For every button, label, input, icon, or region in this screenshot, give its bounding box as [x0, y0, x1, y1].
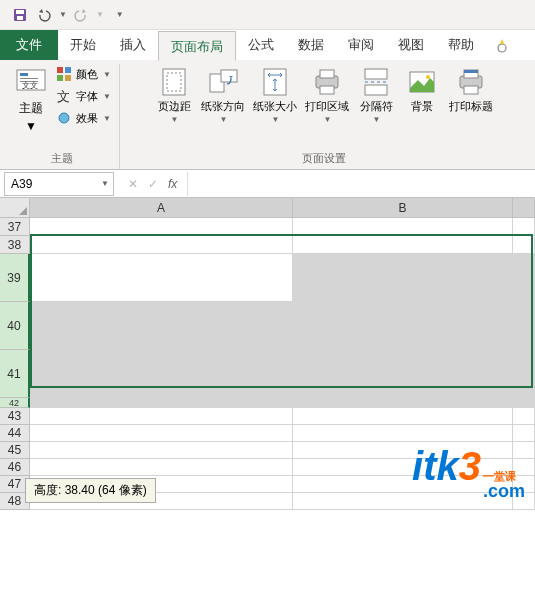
cell[interactable]	[30, 408, 293, 425]
svg-rect-22	[320, 86, 334, 94]
themes-button[interactable]: 文文 主题 ▼	[12, 64, 50, 135]
col-header-B[interactable]: B	[293, 198, 513, 218]
cell[interactable]	[513, 425, 535, 442]
svg-rect-6	[20, 78, 38, 79]
cell[interactable]	[293, 408, 513, 425]
tab-home[interactable]: 开始	[58, 30, 108, 60]
cell[interactable]	[513, 236, 535, 254]
cell[interactable]	[513, 254, 535, 302]
cell[interactable]	[513, 302, 535, 350]
svg-rect-29	[464, 86, 478, 94]
cell[interactable]	[293, 425, 513, 442]
enter-icon[interactable]: ✓	[148, 177, 158, 191]
cell[interactable]	[513, 218, 535, 236]
svg-rect-5	[20, 73, 28, 76]
cell[interactable]	[30, 425, 293, 442]
name-box-dropdown[interactable]: ▼	[101, 179, 109, 188]
cell[interactable]	[30, 398, 293, 408]
svg-rect-15	[163, 69, 185, 95]
row-header[interactable]: 37	[0, 218, 30, 236]
row-header[interactable]: 45	[0, 442, 30, 459]
tab-file[interactable]: 文件	[0, 30, 58, 60]
svg-point-14	[59, 113, 69, 123]
formula-bar: ▼ ✕ ✓ fx	[0, 170, 535, 198]
select-all-corner[interactable]	[0, 198, 30, 218]
formula-input[interactable]	[187, 172, 535, 196]
cell[interactable]	[293, 302, 513, 350]
row-height-tooltip: 高度: 38.40 (64 像素)	[25, 478, 156, 503]
row-header[interactable]: 42	[0, 398, 30, 408]
print-titles-button[interactable]: 打印标题	[445, 64, 497, 115]
tab-page-layout[interactable]: 页面布局	[158, 31, 236, 61]
margins-button[interactable]: 页边距▼	[151, 64, 197, 126]
cell[interactable]	[293, 254, 513, 302]
svg-text:文文: 文文	[22, 81, 38, 90]
name-box-input[interactable]	[5, 177, 88, 191]
page-setup-group-label: 页面设置	[126, 148, 523, 169]
watermark: itk3 一堂课.com	[412, 444, 525, 500]
cell[interactable]	[293, 350, 513, 398]
cell[interactable]	[513, 350, 535, 398]
cell[interactable]	[293, 236, 513, 254]
tab-view[interactable]: 视图	[386, 30, 436, 60]
svg-rect-9	[57, 67, 63, 73]
tab-formulas[interactable]: 公式	[236, 30, 286, 60]
orientation-button[interactable]: 纸张方向▼	[197, 64, 249, 126]
tab-review[interactable]: 审阅	[336, 30, 386, 60]
svg-rect-10	[65, 67, 71, 73]
save-icon[interactable]	[10, 5, 30, 25]
cell[interactable]	[30, 350, 293, 398]
ribbon: 文文 主题 ▼ 颜色▼ 文 字体▼ 效果▼ 主题	[0, 60, 535, 170]
colors-button[interactable]: 颜色▼	[54, 64, 113, 84]
cell[interactable]	[30, 459, 293, 476]
cell[interactable]	[30, 218, 293, 236]
redo-icon[interactable]	[71, 5, 91, 25]
print-area-button[interactable]: 打印区域▼	[301, 64, 353, 126]
svg-point-26	[426, 75, 430, 79]
name-box[interactable]: ▼	[4, 172, 114, 196]
tab-insert[interactable]: 插入	[108, 30, 158, 60]
fx-icon[interactable]: fx	[168, 177, 177, 191]
col-header-A[interactable]: A	[30, 198, 293, 218]
undo-icon[interactable]	[34, 5, 54, 25]
row-header[interactable]: 39	[0, 254, 30, 302]
row-header[interactable]: 40	[0, 302, 30, 350]
themes-group: 文文 主题 ▼ 颜色▼ 文 字体▼ 效果▼ 主题	[6, 64, 120, 169]
svg-rect-30	[464, 70, 478, 73]
cell[interactable]	[30, 442, 293, 459]
redo-dropdown[interactable]: ▼	[96, 10, 104, 19]
qat-customize[interactable]: ▼	[116, 10, 124, 19]
tab-data[interactable]: 数据	[286, 30, 336, 60]
themes-group-label: 主题	[12, 148, 113, 169]
row-header[interactable]: 46	[0, 459, 30, 476]
cell[interactable]	[293, 218, 513, 236]
tab-help[interactable]: 帮助	[436, 30, 486, 60]
svg-rect-11	[57, 75, 63, 81]
size-button[interactable]: 纸张大小▼	[249, 64, 301, 126]
row-header[interactable]: 43	[0, 408, 30, 425]
svg-rect-24	[365, 85, 387, 95]
row-header[interactable]: 44	[0, 425, 30, 442]
row-header[interactable]: 38	[0, 236, 30, 254]
cancel-icon[interactable]: ✕	[128, 177, 138, 191]
effects-button[interactable]: 效果▼	[54, 108, 113, 128]
cell[interactable]	[30, 236, 293, 254]
svg-rect-23	[365, 69, 387, 79]
tell-me-icon[interactable]	[494, 37, 510, 53]
svg-point-3	[498, 44, 506, 52]
cell[interactable]	[513, 398, 535, 408]
cell-active[interactable]	[30, 254, 293, 302]
svg-rect-2	[17, 16, 23, 20]
col-header-C[interactable]	[513, 198, 535, 218]
background-button[interactable]: 背景	[399, 64, 445, 115]
cell[interactable]	[30, 302, 293, 350]
undo-dropdown[interactable]: ▼	[59, 10, 67, 19]
breaks-button[interactable]: 分隔符▼	[353, 64, 399, 126]
fonts-button[interactable]: 文 字体▼	[54, 86, 113, 106]
row-header[interactable]: 41	[0, 350, 30, 398]
cell[interactable]	[513, 408, 535, 425]
cell[interactable]	[293, 398, 513, 408]
svg-rect-1	[16, 10, 24, 14]
spreadsheet: A B 37 38 39 40 41 42 43 44 45	[0, 198, 535, 510]
svg-rect-12	[65, 75, 71, 81]
